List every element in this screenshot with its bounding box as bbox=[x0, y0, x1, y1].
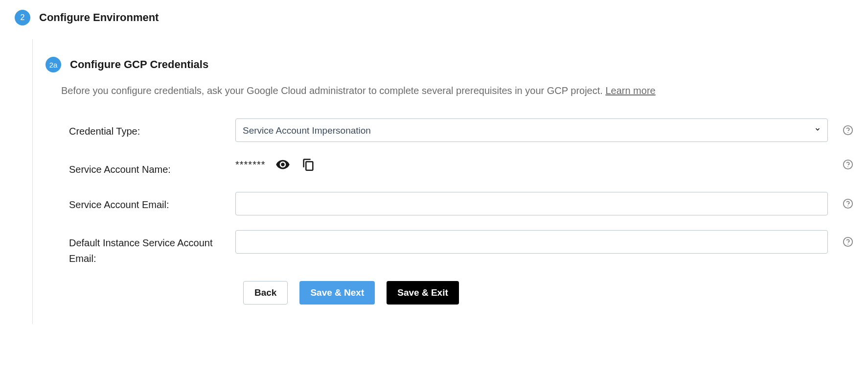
substep-description-text: Before you configure credentials, ask yo… bbox=[61, 85, 605, 96]
back-button[interactable]: Back bbox=[243, 281, 288, 305]
step-title: Configure Environment bbox=[39, 11, 159, 24]
label-default-instance-email: Default Instance Service Account Email: bbox=[69, 230, 226, 266]
substep-description: Before you configure credentials, ask yo… bbox=[61, 83, 853, 98]
copy-button[interactable] bbox=[300, 157, 316, 172]
help-icon[interactable] bbox=[843, 159, 853, 170]
label-service-account-name: Service Account Name: bbox=[69, 157, 226, 177]
copy-icon bbox=[301, 158, 315, 171]
save-exit-button[interactable]: Save & Exit bbox=[387, 281, 459, 305]
label-service-account-email: Service Account Email: bbox=[69, 192, 226, 212]
help-icon[interactable] bbox=[843, 236, 853, 247]
row-credential-type: Credential Type: Service Account Imperso… bbox=[69, 118, 853, 142]
substep-title: Configure GCP Credentials bbox=[70, 58, 208, 71]
step-number-badge: 2 bbox=[15, 10, 30, 25]
step-header: 2 Configure Environment bbox=[15, 10, 853, 25]
eye-icon bbox=[275, 157, 290, 172]
substep-number-badge: 2a bbox=[46, 57, 61, 72]
masked-service-account-name: ******* bbox=[235, 159, 265, 170]
row-default-instance-email: Default Instance Service Account Email: bbox=[69, 230, 853, 266]
save-next-button[interactable]: Save & Next bbox=[299, 281, 375, 305]
row-service-account-email: Service Account Email: bbox=[69, 192, 853, 215]
form-area: Credential Type: Service Account Imperso… bbox=[61, 118, 853, 305]
help-icon[interactable] bbox=[843, 125, 853, 136]
input-default-instance-email[interactable] bbox=[235, 230, 828, 254]
input-service-account-email[interactable] bbox=[235, 192, 828, 215]
substep-header: 2a Configure GCP Credentials bbox=[25, 57, 853, 72]
label-credential-type: Credential Type: bbox=[69, 118, 226, 139]
row-service-account-name: Service Account Name: ******* bbox=[69, 157, 853, 177]
button-row: Back Save & Next Save & Exit bbox=[243, 281, 853, 305]
reveal-button[interactable] bbox=[275, 157, 291, 172]
help-icon[interactable] bbox=[843, 198, 853, 209]
select-credential-type[interactable]: Service Account Impersonation bbox=[235, 118, 828, 142]
substep-container: 2a Configure GCP Credentials Before you … bbox=[32, 39, 853, 324]
svg-rect-2 bbox=[306, 162, 313, 170]
learn-more-link[interactable]: Learn more bbox=[605, 85, 655, 96]
